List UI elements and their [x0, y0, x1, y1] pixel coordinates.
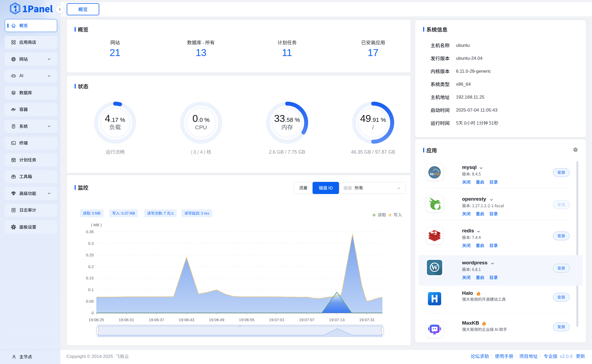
svg-text:( MB ): ( MB )	[91, 223, 102, 227]
svg-text:19:06:25: 19:06:25	[89, 317, 104, 322]
svg-text:0.3: 0.3	[88, 241, 94, 246]
svg-text:19:07:07: 19:07:07	[299, 317, 314, 322]
svg-text:MySQL: MySQL	[430, 172, 441, 176]
svg-text:19:07:01: 19:07:01	[269, 317, 284, 322]
svg-text:19:07:31: 19:07:31	[359, 317, 374, 322]
svg-text:19:06:49: 19:06:49	[209, 317, 224, 322]
svg-text:19:06:31: 19:06:31	[119, 317, 134, 322]
svg-text:19:07:13: 19:07:13	[329, 317, 345, 322]
svg-text:0.1: 0.1	[88, 287, 94, 292]
svg-text:0.25: 0.25	[86, 253, 94, 257]
svg-text:19:06:37: 19:06:37	[149, 317, 164, 322]
svg-text:19:06:55: 19:06:55	[239, 317, 254, 322]
svg-text:0: 0	[92, 311, 94, 315]
svg-text:0.15: 0.15	[86, 276, 94, 280]
svg-text:0.2: 0.2	[88, 264, 94, 269]
svg-text:0.05: 0.05	[86, 299, 94, 303]
svg-text:0.35: 0.35	[86, 229, 94, 234]
svg-text:W: W	[431, 264, 438, 271]
svg-text:19:06:43: 19:06:43	[179, 317, 194, 322]
